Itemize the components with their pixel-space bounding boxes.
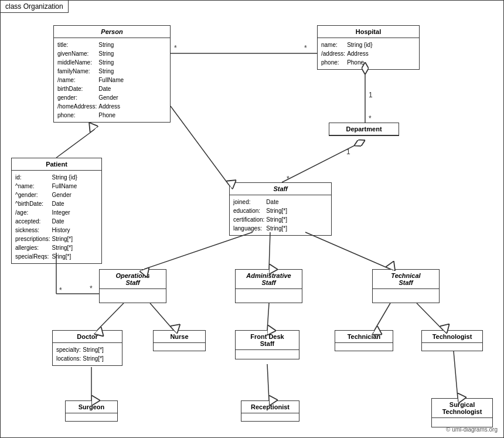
staff-title: Staff [230, 183, 331, 195]
copyright: © uml-diagrams.org [446, 426, 498, 433]
svg-text:*: * [304, 44, 307, 52]
person-attrs: title:String givenName:String middleName… [54, 38, 170, 122]
nurse-title: Nurse [154, 331, 205, 343]
technician-box: Technician [335, 330, 393, 351]
svg-text:*: * [90, 284, 93, 293]
surgical-technologist-box: SurgicalTechnologist [431, 398, 493, 427]
svg-line-25 [417, 303, 443, 330]
svg-line-19 [269, 232, 270, 269]
operations-staff-title: OperationsStaff [100, 270, 166, 289]
svg-text:*: * [287, 175, 290, 183]
front-desk-staff-box: Front DeskStaff [235, 330, 299, 359]
patient-box: Patient id:String {id} ^name:FullName ^g… [11, 158, 102, 264]
hospital-attrs: name:String {id} /address:Address phone:… [318, 38, 419, 69]
receptionist-box: Receptionist [241, 400, 299, 422]
doctor-attrs: specialty:String[*] locations:String[*] [53, 343, 122, 365]
svg-text:1: 1 [346, 148, 350, 156]
technologist-box: Technologist [421, 330, 483, 351]
svg-line-12 [56, 130, 94, 158]
staff-attrs: joined:Date education:String[*] certific… [230, 195, 331, 235]
surgeon-box: Surgeon [65, 400, 118, 422]
department-box: Department [329, 123, 399, 136]
svg-line-24 [374, 303, 390, 330]
doctor-title: Doctor [53, 331, 122, 343]
hospital-box: Hospital name:String {id} /address:Addre… [317, 25, 420, 70]
svg-text:*: * [174, 44, 177, 52]
svg-line-13 [171, 106, 229, 185]
diagram-title: class Organization [1, 1, 69, 13]
receptionist-title: Receptionist [241, 401, 299, 413]
svg-line-22 [150, 303, 173, 330]
svg-line-18 [144, 232, 253, 269]
svg-text:1: 1 [369, 91, 373, 99]
svg-line-20 [305, 232, 390, 269]
svg-line-28 [454, 351, 458, 398]
svg-line-9 [282, 140, 365, 182]
person-box: Person title:String givenName:String mid… [53, 25, 171, 123]
nurse-box: Nurse [153, 330, 206, 351]
technical-staff-box: TechnicalStaff [372, 269, 440, 303]
svg-line-27 [267, 364, 269, 400]
patient-attrs: id:String {id} ^name:FullName ^gender:Ge… [12, 171, 101, 263]
person-title: Person [54, 26, 170, 38]
technologist-title: Technologist [422, 331, 482, 343]
svg-text:*: * [369, 114, 372, 123]
operations-staff-box: OperationsStaff [99, 269, 166, 303]
svg-line-23 [267, 303, 269, 330]
svg-line-21 [97, 303, 124, 330]
administrative-staff-box: AdministrativeStaff [235, 269, 302, 303]
technician-title: Technician [335, 331, 393, 343]
patient-title: Patient [12, 158, 101, 171]
administrative-staff-title: AdministrativeStaff [236, 270, 302, 289]
surgical-technologist-title: SurgicalTechnologist [432, 399, 492, 418]
technical-staff-title: TechnicalStaff [373, 270, 439, 289]
department-title: Department [329, 123, 399, 135]
surgeon-title: Surgeon [66, 401, 117, 413]
diagram-container: class Organization Person title:String g… [0, 0, 504, 438]
hospital-title: Hospital [318, 26, 419, 38]
front-desk-staff-title: Front DeskStaff [236, 331, 299, 350]
staff-box: Staff joined:Date education:String[*] ce… [229, 182, 332, 236]
svg-text:*: * [59, 286, 62, 294]
doctor-box: Doctor specialty:String[*] locations:Str… [52, 330, 122, 366]
